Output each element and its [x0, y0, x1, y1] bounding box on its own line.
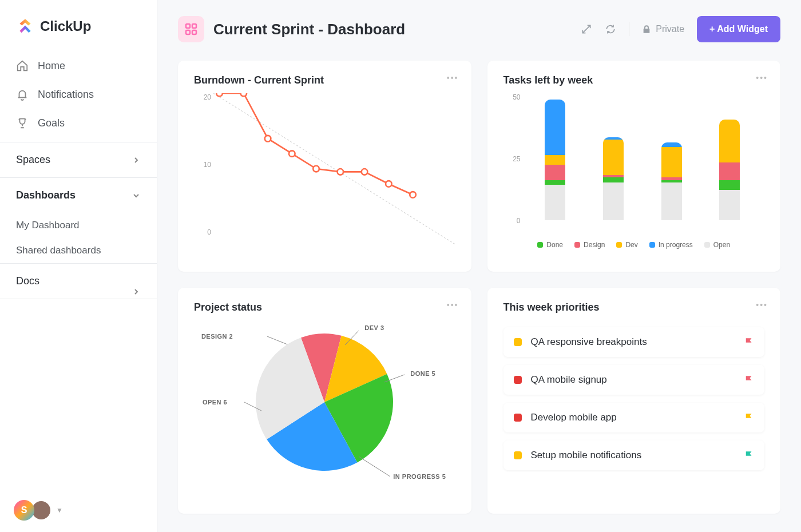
priority-label: Setup mobile notifications — [531, 450, 735, 461]
logo[interactable]: ClickUp — [0, 0, 157, 47]
flag-icon — [744, 450, 754, 460]
pie-label-DEV: DEV 3 — [364, 324, 384, 331]
bar-W2[interactable] — [603, 137, 624, 220]
svg-line-4 — [213, 93, 455, 244]
widgets-grid: Burndown - Current Sprint ••• 20 10 0 — [157, 42, 801, 532]
tasks-left-chart: 50 25 0 — [503, 93, 765, 236]
svg-point-6 — [241, 93, 247, 96]
section-label: Docs — [16, 275, 39, 287]
topbar: Current Sprint - Dashboard Private + Add… — [157, 0, 801, 42]
clickup-logo-icon — [16, 17, 34, 35]
page-title: Current Sprint - Dashboard — [213, 21, 572, 38]
priority-label: QA responsive breakpoints — [531, 336, 735, 348]
dashboard-icon — [178, 16, 204, 42]
widget-menu[interactable]: ••• — [447, 73, 459, 82]
widget-title: Project status — [194, 301, 455, 313]
svg-point-5 — [216, 93, 223, 96]
pie-label-IN PROGRESS: IN PROGRESS 5 — [393, 473, 446, 480]
status-dot — [514, 414, 522, 422]
widget-title: Burndown - Current Sprint — [194, 74, 455, 86]
svg-point-12 — [386, 181, 392, 187]
widget-menu[interactable]: ••• — [447, 300, 459, 309]
widget-project-status: Project status ••• DESIGN 2DEV 3DONE 5IN… — [178, 288, 471, 514]
svg-rect-0 — [186, 24, 190, 28]
legend-Design[interactable]: Design — [574, 241, 605, 249]
nav-list: Home Notifications Goals — [0, 47, 157, 142]
expand-icon[interactable] — [581, 23, 592, 35]
sidebar-item-shared-dashboards[interactable]: Shared dashboards — [0, 238, 157, 263]
refresh-icon[interactable] — [605, 23, 616, 35]
add-widget-button[interactable]: + Add Widget — [697, 16, 780, 42]
sidebar: ClickUp Home Notifications Goals Spaces … — [0, 0, 157, 532]
priority-item[interactable]: Setup mobile notifications — [503, 440, 765, 470]
widget-tasks-left: Tasks left by week ••• 50 25 0 DoneDesig… — [487, 61, 781, 272]
legend-Done[interactable]: Done — [537, 241, 563, 249]
flag-icon — [744, 375, 754, 385]
svg-rect-1 — [192, 24, 196, 28]
pie-label-DESIGN: DESIGN 2 — [201, 333, 233, 340]
nav-label: Home — [38, 60, 65, 72]
nav-notifications[interactable]: Notifications — [0, 80, 157, 109]
legend-Dev[interactable]: Dev — [616, 241, 637, 249]
bell-icon — [16, 88, 29, 101]
svg-point-11 — [362, 169, 368, 175]
pie-label-DONE: DONE 5 — [410, 370, 435, 377]
bar-W1[interactable] — [545, 100, 565, 220]
bar-W3[interactable] — [661, 142, 682, 220]
section-docs[interactable]: Docs — [0, 263, 157, 299]
pie-svg — [244, 322, 405, 482]
section-label: Spaces — [16, 154, 50, 166]
priority-item[interactable]: QA responsive breakpoints — [503, 327, 765, 357]
priority-item[interactable]: QA mobile signup — [503, 365, 765, 395]
status-dot — [514, 376, 522, 384]
widget-menu[interactable]: ••• — [756, 73, 768, 82]
sidebar-item-my-dashboard[interactable]: My Dashboard — [0, 213, 157, 238]
svg-point-8 — [289, 150, 295, 157]
widget-title: Tasks left by week — [503, 74, 765, 86]
priority-item[interactable]: Develop mobile app — [503, 403, 765, 432]
widget-menu[interactable]: ••• — [756, 300, 768, 309]
chevron-right-icon — [132, 287, 141, 296]
svg-rect-3 — [192, 30, 196, 34]
home-icon — [16, 59, 29, 72]
widget-title: This week priorities — [503, 301, 765, 313]
status-dot — [514, 451, 522, 459]
priority-list: QA responsive breakpoints QA mobile sign… — [503, 327, 765, 470]
flag-icon — [744, 337, 754, 347]
bar-W4[interactable] — [719, 120, 740, 220]
private-label: Private — [656, 24, 684, 34]
section-dashboards[interactable]: Dashboards — [0, 177, 157, 213]
svg-point-13 — [410, 192, 416, 198]
chevron-down-icon — [132, 191, 141, 200]
pie-label-OPEN: OPEN 6 — [203, 399, 227, 406]
widget-priorities: This week priorities ••• QA responsive b… — [487, 288, 781, 514]
nav-goals[interactable]: Goals — [0, 109, 157, 137]
chevron-down-icon: ▼ — [56, 506, 63, 514]
privacy-toggle[interactable]: Private — [642, 24, 684, 34]
legend: DoneDesignDevIn progressOpen — [503, 241, 765, 249]
bars-container — [526, 93, 759, 220]
top-actions: Private + Add Widget — [581, 16, 780, 42]
status-dot — [514, 338, 522, 346]
user-avatar-row[interactable]: S ▼ — [0, 489, 157, 532]
priority-label: QA mobile signup — [531, 374, 735, 386]
nav-home[interactable]: Home — [0, 51, 157, 80]
legend-In progress[interactable]: In progress — [649, 241, 693, 249]
brand-name: ClickUp — [40, 18, 91, 34]
nav-label: Notifications — [38, 89, 94, 101]
section-spaces[interactable]: Spaces — [0, 142, 157, 177]
y-axis: 20 10 0 — [194, 93, 211, 236]
lock-icon — [642, 25, 651, 34]
svg-point-10 — [338, 169, 344, 175]
burndown-svg — [213, 93, 455, 244]
y-axis: 50 25 0 — [503, 93, 521, 225]
flag-icon — [744, 412, 754, 423]
widget-burndown: Burndown - Current Sprint ••• 20 10 0 — [178, 61, 471, 272]
pie-chart: DESIGN 2DEV 3DONE 5IN PROGRESS 5OPEN 6 — [194, 313, 455, 491]
avatar-initial: S — [14, 500, 34, 521]
burndown-chart: 20 10 0 — [194, 93, 455, 248]
legend-Open[interactable]: Open — [704, 241, 730, 249]
trophy-icon — [16, 117, 29, 129]
priority-label: Develop mobile app — [531, 412, 735, 423]
nav-label: Goals — [38, 117, 65, 129]
